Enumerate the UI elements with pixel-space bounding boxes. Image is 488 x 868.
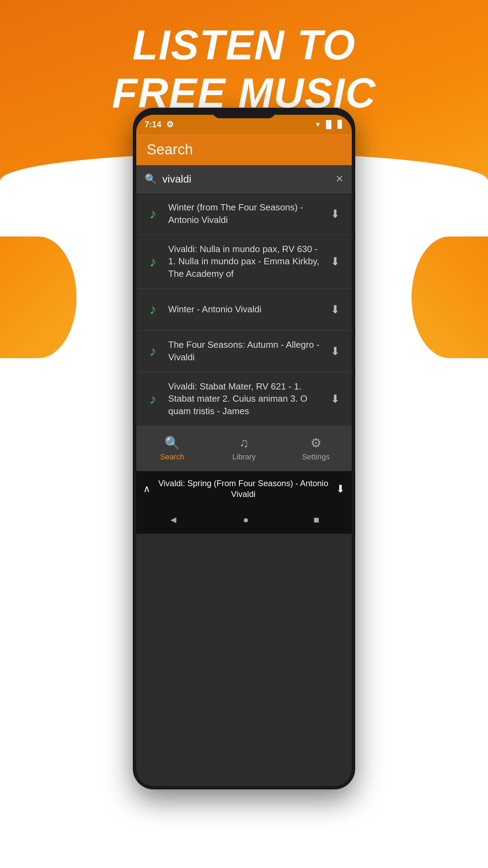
- result-item-2[interactable]: ♪ Vivaldi: Nulla in mundo pax, RV 630 - …: [136, 235, 352, 289]
- nav-item-search[interactable]: 🔍 Search: [136, 436, 208, 461]
- result-title: Winter (from The Four Seasons) - Antonio…: [168, 201, 320, 226]
- result-title: The Four Seasons: Autumn - Allegro - Viv…: [168, 339, 320, 363]
- app-bar-title: Search: [147, 141, 193, 158]
- nav-label-settings: Settings: [302, 452, 330, 461]
- chevron-up-icon[interactable]: ∧: [143, 483, 151, 495]
- nav-icon-settings: ⚙: [310, 436, 322, 450]
- music-note-icon: ♪: [145, 343, 161, 359]
- signal-icon: ▐▌: [323, 120, 334, 129]
- music-note-icon: ♪: [145, 391, 161, 407]
- result-title: Vivaldi: Nulla in mundo pax, RV 630 - 1.…: [168, 243, 320, 280]
- battery-icon: ▊: [337, 120, 343, 129]
- phone-frame: 7:14 ⚙ ▾ ▐▌ ▊ Search 🔍 vivaldi ✕ ♪ Winte…: [133, 108, 355, 789]
- result-title: Winter - Antonio Vivaldi: [168, 303, 320, 315]
- result-item-4[interactable]: ♪ The Four Seasons: Autumn - Allegro - V…: [136, 330, 352, 372]
- home-button[interactable]: ●: [243, 514, 249, 525]
- status-right: ▾ ▐▌ ▊: [316, 120, 343, 129]
- download-icon[interactable]: ⬇: [327, 303, 343, 316]
- nav-icon-library: ♫: [239, 436, 249, 450]
- phone-screen: 7:14 ⚙ ▾ ▐▌ ▊ Search 🔍 vivaldi ✕ ♪ Winte…: [136, 115, 352, 786]
- phone-notch: [213, 108, 275, 118]
- music-note-icon: ♪: [145, 302, 161, 317]
- results-list: ♪ Winter (from The Four Seasons) - Anton…: [136, 193, 352, 426]
- now-playing-title: Vivaldi: Spring (From Four Seasons) - An…: [156, 478, 331, 499]
- download-icon[interactable]: ⬇: [327, 345, 343, 358]
- nav-item-settings[interactable]: ⚙ Settings: [280, 436, 352, 461]
- now-playing-download-icon[interactable]: ⬇: [336, 483, 345, 495]
- nav-icon-search: 🔍: [164, 436, 180, 450]
- recent-apps-button[interactable]: ■: [314, 514, 319, 525]
- search-query[interactable]: vivaldi: [162, 173, 330, 185]
- download-icon[interactable]: ⬇: [327, 392, 343, 405]
- result-title: Vivaldi: Stabat Mater, RV 621 - 1. Staba…: [168, 380, 320, 417]
- promo-text: LISTEN TO FREE MUSIC: [0, 21, 488, 117]
- download-icon[interactable]: ⬇: [327, 255, 343, 268]
- nav-label-library: Library: [232, 452, 255, 461]
- bottom-nav: 🔍 Search ♫ Library ⚙ Settings: [136, 426, 352, 471]
- promo-line1: LISTEN TO: [0, 21, 488, 69]
- search-input-area[interactable]: 🔍 vivaldi ✕: [136, 165, 352, 193]
- wifi-icon: ▾: [316, 120, 320, 129]
- clear-icon[interactable]: ✕: [335, 173, 343, 185]
- music-note-icon: ♪: [145, 206, 161, 222]
- result-item-1[interactable]: ♪ Winter (from The Four Seasons) - Anton…: [136, 193, 352, 235]
- nav-label-search: Search: [160, 452, 184, 461]
- gear-icon: ⚙: [166, 120, 174, 129]
- status-time: 7:14: [145, 120, 161, 129]
- nav-item-library[interactable]: ♫ Library: [208, 436, 280, 461]
- android-nav-bar: ◄ ● ■: [136, 506, 352, 534]
- result-item-3[interactable]: ♪ Winter - Antonio Vivaldi ⬇: [136, 289, 352, 330]
- back-button[interactable]: ◄: [169, 514, 178, 525]
- download-icon[interactable]: ⬇: [327, 207, 343, 220]
- result-item-5[interactable]: ♪ Vivaldi: Stabat Mater, RV 621 - 1. Sta…: [136, 372, 352, 426]
- app-bar: Search: [136, 134, 352, 165]
- search-icon: 🔍: [145, 173, 157, 185]
- now-playing-bar[interactable]: ∧ Vivaldi: Spring (From Four Seasons) - …: [136, 471, 352, 506]
- wave-left: [0, 236, 76, 358]
- wave-right: [412, 236, 488, 358]
- music-note-icon: ♪: [145, 254, 161, 270]
- status-left: 7:14 ⚙: [145, 120, 174, 129]
